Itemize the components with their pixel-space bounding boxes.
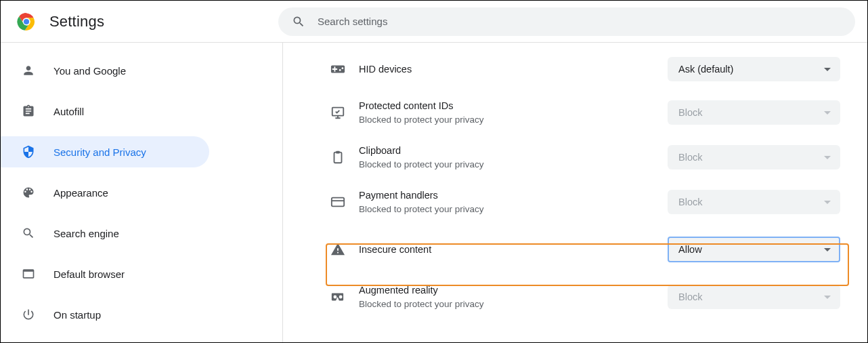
monitor-check-icon	[330, 105, 345, 120]
sidebar-item-label: Autofill	[53, 106, 84, 117]
permission-value: Block	[678, 197, 702, 207]
power-icon	[21, 307, 36, 322]
palette-icon	[21, 185, 36, 200]
search-icon	[292, 15, 305, 28]
sidebar-item-autofill[interactable]: Autofill	[1, 96, 209, 127]
permission-row-protected-content: Protected content IDs Blocked to protect…	[283, 90, 867, 135]
permission-row-hid-devices: HID devices Ask (default)	[283, 48, 867, 90]
sidebar-item-default-browser[interactable]: Default browser	[1, 258, 209, 289]
chevron-down-icon	[824, 111, 831, 115]
permission-select-insecure[interactable]: Allow	[668, 237, 840, 262]
sidebar-item-label: Default browser	[53, 268, 125, 280]
permission-value: Block	[678, 291, 702, 302]
sidebar-item-on-startup[interactable]: On startup	[1, 299, 209, 330]
search-icon	[21, 226, 36, 241]
sidebar: You and Google Autofill Security and Pri…	[1, 43, 209, 342]
permission-select-hid[interactable]: Ask (default)	[668, 57, 840, 81]
credit-card-icon	[330, 195, 345, 209]
chrome-logo-icon	[17, 12, 36, 31]
shield-icon	[21, 144, 36, 159]
sidebar-item-search-engine[interactable]: Search engine	[1, 218, 209, 249]
permission-select-ar[interactable]: Block	[668, 285, 840, 309]
permission-title: HID devices	[359, 62, 668, 76]
gamepad-icon	[330, 62, 345, 77]
permission-select-payment[interactable]: Block	[668, 190, 840, 214]
permission-subtitle: Blocked to protect your privacy	[359, 114, 668, 126]
permission-value: Block	[678, 152, 702, 163]
chevron-down-icon	[824, 68, 831, 71]
sidebar-item-label: Security and Privacy	[53, 146, 146, 158]
permission-row-payment-handlers: Payment handlers Blocked to protect your…	[283, 180, 867, 224]
clipboard-icon	[330, 150, 345, 165]
sidebar-item-security-privacy[interactable]: Security and Privacy	[1, 136, 209, 167]
permission-value: Block	[678, 107, 702, 118]
page-title: Settings	[49, 13, 104, 31]
permission-subtitle: Blocked to protect your privacy	[359, 298, 668, 310]
sidebar-item-label: Appearance	[53, 187, 108, 199]
svg-rect-5	[336, 151, 340, 154]
browser-icon	[21, 266, 36, 281]
chevron-down-icon	[824, 296, 831, 299]
search-input[interactable]	[318, 16, 842, 27]
permission-title: Protected content IDs	[359, 99, 668, 113]
chevron-down-icon	[824, 248, 831, 251]
permission-value: Allow	[678, 244, 702, 255]
main-content: HID devices Ask (default) Protected cont…	[283, 43, 867, 342]
sidebar-item-label: You and Google	[53, 65, 126, 77]
svg-rect-6	[332, 198, 344, 207]
svg-point-2	[24, 18, 29, 24]
permission-row-clipboard: Clipboard Blocked to protect your privac…	[283, 135, 867, 180]
permission-row-augmented-reality: Augmented reality Blocked to protect you…	[283, 275, 867, 319]
permission-title: Augmented reality	[359, 283, 668, 297]
warning-icon	[330, 242, 345, 257]
permission-value: Ask (default)	[678, 64, 733, 75]
search-box[interactable]	[278, 7, 855, 36]
sidebar-item-label: Search engine	[53, 228, 119, 239]
clipboard-icon	[21, 104, 36, 119]
sidebar-item-you-and-google[interactable]: You and Google	[1, 55, 209, 86]
permission-subtitle: Blocked to protect your privacy	[359, 203, 668, 216]
permission-title: Insecure content	[359, 243, 668, 256]
sidebar-item-appearance[interactable]: Appearance	[1, 177, 209, 208]
vr-icon	[330, 289, 345, 304]
chevron-down-icon	[824, 156, 831, 159]
permission-select-protected[interactable]: Block	[668, 100, 840, 125]
permission-title: Clipboard	[359, 144, 668, 157]
permission-subtitle: Blocked to protect your privacy	[359, 159, 668, 171]
permission-row-insecure-content: Insecure content Allow	[283, 224, 867, 275]
header: Settings	[1, 1, 867, 43]
person-icon	[21, 63, 36, 78]
chevron-down-icon	[824, 201, 831, 204]
svg-rect-4	[334, 153, 342, 163]
permission-title: Payment handlers	[359, 188, 668, 202]
permission-select-clipboard[interactable]: Block	[668, 145, 840, 169]
sidebar-item-label: On startup	[53, 309, 101, 321]
